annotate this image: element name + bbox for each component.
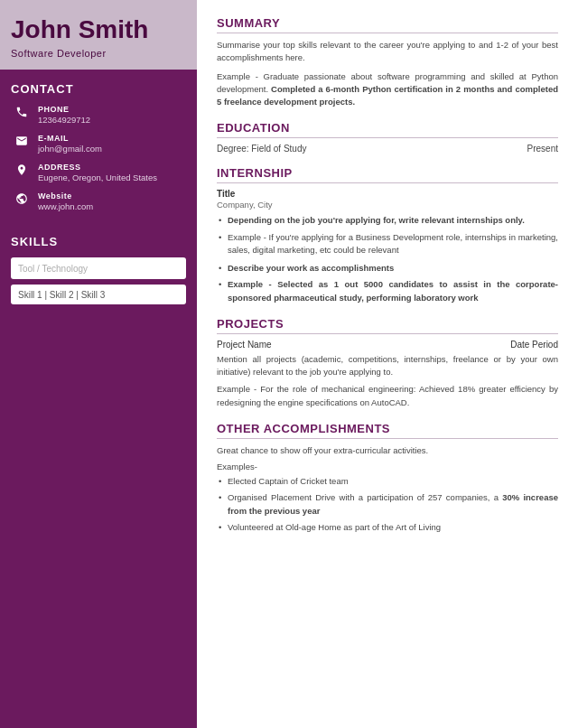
- email-icon: [11, 135, 33, 147]
- skills-section: SKILLS Tool / Technology Skill 1 | Skill…: [0, 226, 197, 313]
- project-desc2: Example - For the role of mechanical eng…: [217, 383, 558, 409]
- summary-title: SUMMARY: [217, 16, 558, 33]
- other-accomplishments-section: OTHER ACCOMPLISHMENTS Great chance to sh…: [217, 422, 558, 534]
- candidate-title: Software Developer: [11, 48, 186, 59]
- website-value: www.john.com: [38, 201, 93, 211]
- projects-section: PROJECTS Project Name Date Period Mentio…: [217, 317, 558, 409]
- internship-title: INTERNSHIP: [217, 166, 558, 183]
- address-label: ADDRESS: [38, 163, 157, 172]
- phone-label: PHONE: [38, 105, 90, 114]
- internship-bullet-4: Example - Selected as 1 out 5000 candida…: [217, 278, 558, 304]
- tool-technology-box[interactable]: Tool / Technology: [11, 257, 186, 279]
- project-desc1: Mention all projects (academic, competit…: [217, 353, 558, 379]
- phone-value: 12364929712: [38, 115, 90, 125]
- address-info: ADDRESS Eugene, Oregon, United States: [38, 163, 157, 182]
- project-date: Date Period: [510, 340, 558, 350]
- skill-tags-box[interactable]: Skill 1 | Skill 2 | Skill 3: [11, 285, 186, 304]
- address-icon: [11, 163, 33, 176]
- skills-section-title: SKILLS: [11, 235, 186, 248]
- education-period: Present: [527, 144, 558, 154]
- contact-email: E-MAIL john@gmail.com: [11, 134, 186, 154]
- other-bullet-list: Elected Captain of Cricket team Organise…: [217, 475, 558, 534]
- internship-company: Company, City: [217, 200, 558, 210]
- internship-bullet-list-1: Depending on the job you're applying for…: [217, 214, 558, 257]
- examples-label: Examples-: [217, 462, 558, 471]
- email-label: E-MAIL: [38, 134, 102, 143]
- internship-bullet-3: Describe your work as accomplishments: [217, 262, 558, 275]
- sidebar: John Smith Software Developer CONTACT PH…: [0, 0, 197, 728]
- other-bullet-3: Volunteered at Old-age Home as part of t…: [217, 521, 558, 534]
- phone-icon: [11, 106, 33, 118]
- tool-technology-placeholder: Tool / Technology: [18, 264, 88, 274]
- projects-title: PROJECTS: [217, 317, 558, 334]
- project-header-row: Project Name Date Period: [217, 340, 558, 350]
- phone-info: PHONE 12364929712: [38, 105, 90, 125]
- summary-section: SUMMARY Summarise your top skills releva…: [217, 16, 558, 108]
- sidebar-header: John Smith Software Developer: [0, 0, 197, 70]
- website-info: Website www.john.com: [38, 191, 93, 211]
- education-section: EDUCATION Degree: Field of Study Present: [217, 121, 558, 154]
- summary-para1: Summarise your top skills relevant to th…: [217, 39, 558, 65]
- contact-section: CONTACT PHONE 12364929712 E-MAIL john@: [0, 70, 197, 226]
- other-bullet-2: Organised Placement Drive with a partici…: [217, 491, 558, 518]
- other-bullet-1: Elected Captain of Cricket team: [217, 475, 558, 488]
- internship-bullet-list-2: Describe your work as accomplishments Ex…: [217, 262, 558, 304]
- other-desc: Great chance to show off your extra-curr…: [217, 444, 558, 457]
- internship-section: INTERNSHIP Title Company, City Depending…: [217, 166, 558, 304]
- candidate-name: John Smith: [11, 16, 186, 44]
- contact-phone: PHONE 12364929712: [11, 105, 186, 125]
- email-info: E-MAIL john@gmail.com: [38, 134, 102, 154]
- education-title: EDUCATION: [217, 121, 558, 138]
- main-content: SUMMARY Summarise your top skills releva…: [197, 0, 578, 728]
- address-value: Eugene, Oregon, United States: [38, 173, 157, 182]
- email-value: john@gmail.com: [38, 144, 102, 154]
- education-degree: Degree: Field of Study: [217, 144, 307, 154]
- contact-address: ADDRESS Eugene, Oregon, United States: [11, 163, 186, 182]
- contact-section-title: CONTACT: [11, 82, 186, 96]
- project-name: Project Name: [217, 340, 272, 350]
- internship-bullet-2: Example - If you're applying for a Busin…: [217, 231, 558, 257]
- contact-website: Website www.john.com: [11, 191, 186, 211]
- website-icon: [11, 192, 33, 205]
- internship-job-title: Title: [217, 189, 558, 199]
- skill-tags: Skill 1 | Skill 2 | Skill 3: [18, 290, 105, 300]
- summary-para2: Example - Graduate passionate about soft…: [217, 70, 558, 109]
- education-row: Degree: Field of Study Present: [217, 144, 558, 154]
- other-title: OTHER ACCOMPLISHMENTS: [217, 422, 558, 439]
- website-label: Website: [38, 191, 93, 201]
- internship-bullet-1: Depending on the job you're applying for…: [217, 214, 558, 227]
